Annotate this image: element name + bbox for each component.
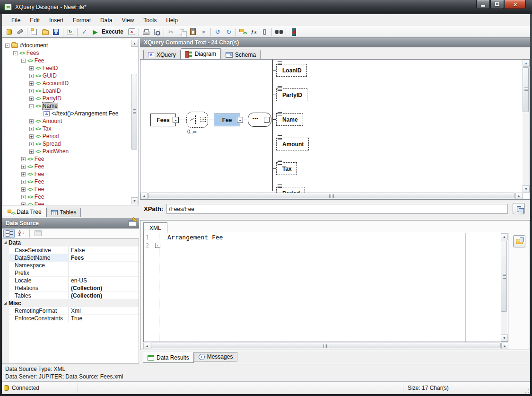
xml-tree-icon[interactable]	[237, 26, 248, 37]
scroll-left-icon[interactable]: ◄	[140, 193, 148, 199]
attach-icon[interactable]	[259, 26, 270, 37]
tab-data-results[interactable]: Data Results	[143, 352, 194, 363]
tree-item[interactable]: +<>Fee	[2, 201, 139, 205]
property-value[interactable]: (Collection)	[69, 284, 139, 292]
copy-icon[interactable]	[176, 26, 187, 37]
tree-item[interactable]: +<>LoanID	[2, 87, 139, 95]
refresh-icon[interactable]: ↻	[65, 26, 76, 37]
alphabetical-sort-button[interactable]: AZ	[16, 229, 27, 238]
menu-file[interactable]: File	[7, 16, 25, 25]
property-value[interactable]	[69, 269, 139, 277]
tree-expander-icon[interactable]: +	[29, 89, 34, 93]
tree-expander-icon[interactable]: +	[21, 202, 26, 206]
diagram-node-name[interactable]: Name	[276, 113, 303, 126]
collapse-triangle-icon[interactable]	[4, 241, 7, 244]
open-file-icon[interactable]	[40, 26, 51, 37]
tree-expander-icon[interactable]: +	[29, 127, 34, 131]
tree-item[interactable]: -<>Fees	[2, 49, 139, 57]
tree-expander-icon[interactable]: -	[5, 44, 9, 48]
property-value[interactable]: False	[69, 246, 139, 254]
execute-play-icon[interactable]: ▶	[90, 26, 101, 37]
delete-icon[interactable]: ×	[198, 26, 209, 37]
scroll-thumb[interactable]	[523, 67, 529, 112]
tree-item[interactable]: +<>Fee	[2, 193, 139, 201]
diagram-node-amount[interactable]: Amount	[276, 138, 309, 150]
scroll-thumb[interactable]	[148, 193, 515, 198]
scroll-down-icon[interactable]: ▼	[523, 185, 530, 193]
diagram-node-partyid[interactable]: PartyID	[276, 88, 307, 101]
maximize-button[interactable]	[490, 0, 504, 9]
property-category[interactable]: Data	[2, 239, 139, 246]
diagram-node-fee-selected[interactable]: Fee	[214, 114, 240, 126]
property-value[interactable]	[69, 262, 139, 269]
property-row[interactable]: Localeen-US	[2, 277, 139, 284]
open-result-button[interactable]	[513, 235, 525, 247]
tab-schema[interactable]: a Schema	[221, 50, 261, 59]
editor-vertical-scrollbar[interactable]: ▲ ▼	[501, 233, 508, 342]
sequence-shape[interactable]: ••• -	[248, 113, 271, 127]
property-value[interactable]: Fees	[69, 254, 139, 262]
scroll-up-icon[interactable]: ▲	[523, 60, 530, 67]
new-file-icon[interactable]	[29, 26, 40, 37]
tree-expander-icon[interactable]: +	[29, 119, 34, 123]
diagram-node-period[interactable]: Period	[276, 187, 305, 193]
tree-item[interactable]: +<>PartyID	[2, 95, 139, 102]
xml-result-editor[interactable]: 1Arrangement Fee2- ▲ ▼	[143, 233, 508, 342]
tree-scrollbar[interactable]: ▲ ▼	[131, 40, 138, 204]
tree-item[interactable]: -#document	[2, 42, 139, 49]
scroll-thumb[interactable]	[151, 343, 501, 348]
scroll-left-icon[interactable]: ◄	[143, 343, 150, 349]
property-value[interactable]: Xml	[69, 307, 139, 315]
diagram-node-fees[interactable]: Fees	[150, 114, 176, 126]
property-row[interactable]: Relations(Collection)	[2, 284, 139, 292]
property-row[interactable]: Tables(Collection)	[2, 292, 139, 299]
properties-edit-icon[interactable]	[129, 220, 136, 226]
collapse-toggle-icon[interactable]: -	[237, 117, 243, 123]
diagram-canvas[interactable]: Fees - - 0..∞ Fee - ••• - L	[140, 60, 523, 193]
categorized-view-button[interactable]	[3, 229, 15, 238]
undo-icon[interactable]: ↺	[212, 26, 223, 37]
tree-expander-icon[interactable]: +	[29, 74, 34, 78]
function-icon[interactable]: ƒx	[248, 26, 259, 37]
menu-format[interactable]: Format	[68, 16, 96, 25]
exit-icon[interactable]	[288, 26, 298, 37]
diagram-node-tax[interactable]: Tax	[276, 162, 297, 175]
tree-item[interactable]: +<>Fee	[2, 163, 139, 170]
property-value[interactable]: True	[69, 315, 139, 322]
editor-line[interactable]: 1Arrangement Fee	[144, 233, 508, 241]
tab-data-tree[interactable]: Data Tree	[3, 206, 46, 217]
collapse-toggle-icon[interactable]: -	[201, 117, 206, 122]
tab-diagram[interactable]: Diagram	[181, 48, 221, 59]
tree-expander-icon[interactable]: -	[21, 59, 26, 63]
tree-expander-icon[interactable]: +	[21, 165, 26, 169]
tree-item[interactable]: -<>Name	[2, 102, 139, 110]
paste-icon[interactable]	[187, 26, 198, 37]
tree-item[interactable]: +<>Fee	[2, 185, 139, 193]
tree-item[interactable]: +<>FeeID	[2, 64, 139, 72]
diagram-node-loanid[interactable]: LoanID	[276, 64, 307, 77]
tab-xquery[interactable]: A XQuery	[143, 50, 181, 59]
diagram-horizontal-scrollbar[interactable]: ◄ ►	[140, 193, 523, 199]
tree-item[interactable]: +<>GUID	[2, 72, 139, 79]
tree-item[interactable]: +<>Spread	[2, 140, 139, 148]
tree-expander-icon[interactable]: +	[21, 180, 26, 184]
property-category[interactable]: Misc	[2, 299, 139, 307]
tree-item[interactable]: +<>PaidWhen	[2, 148, 139, 155]
tree-expander-icon[interactable]: +	[21, 195, 26, 199]
scroll-thumb[interactable]	[501, 241, 507, 312]
tree-expander-icon[interactable]: +	[29, 150, 34, 154]
property-row[interactable]: Prefix	[2, 269, 139, 277]
close-button[interactable]: ×	[505, 0, 526, 9]
collapse-toggle-icon[interactable]: -	[264, 117, 270, 123]
tree-expander-icon[interactable]: +	[21, 187, 26, 192]
menu-view[interactable]: View	[117, 16, 139, 25]
scroll-right-icon[interactable]: ►	[501, 343, 508, 349]
stop-icon[interactable]: ×	[126, 26, 137, 37]
editor-line[interactable]: 2-	[144, 241, 508, 249]
tab-tables[interactable]: Tables	[46, 208, 81, 217]
cut-icon[interactable]: ✂	[166, 26, 176, 37]
property-pages-button[interactable]	[32, 229, 44, 238]
validate-icon[interactable]: ✓	[79, 26, 90, 37]
scroll-right-icon[interactable]: ►	[515, 193, 523, 199]
connect-icon[interactable]	[15, 26, 26, 37]
